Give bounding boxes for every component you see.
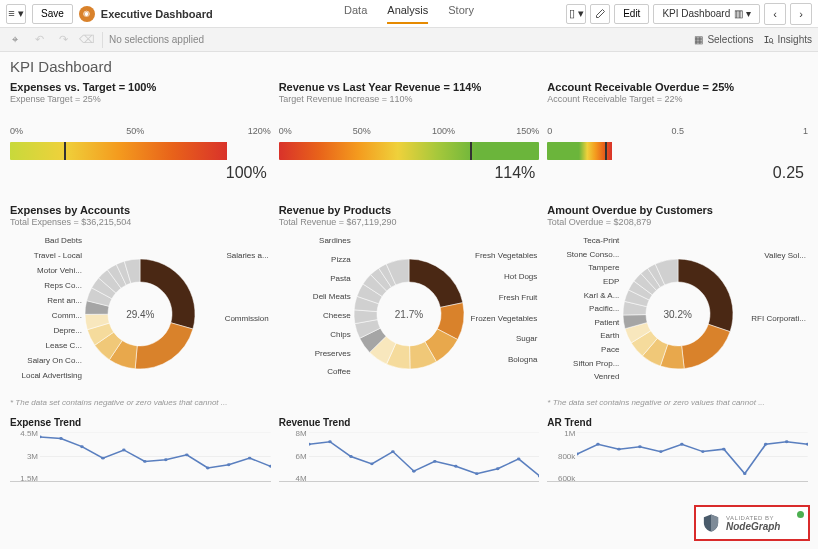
gauge-revenue-ly[interactable]: Revenue vs Last Year Revenue = 114% Targ… bbox=[279, 77, 540, 200]
svg-point-3 bbox=[59, 437, 62, 440]
svg-point-12 bbox=[248, 457, 251, 460]
gauge-pointer bbox=[470, 142, 472, 160]
trend-ar[interactable]: AR Trend 1M 800k 600k bbox=[547, 411, 808, 484]
svg-point-39 bbox=[764, 443, 767, 446]
sheet-selector-label: KPI Dashboard bbox=[662, 8, 730, 19]
svg-point-18 bbox=[349, 455, 352, 458]
selections-tool-button[interactable]: ▦ Selections bbox=[694, 34, 753, 45]
donut-revenue-products[interactable]: Revenue by Products Total Revenue = $67,… bbox=[279, 202, 540, 409]
donut-expenses-accounts[interactable]: Expenses by Accounts Total Expenses = $3… bbox=[10, 202, 271, 409]
gauge-value: 114% bbox=[279, 164, 540, 182]
tab-data[interactable]: Data bbox=[344, 4, 367, 24]
svg-point-16 bbox=[309, 443, 311, 446]
svg-point-36 bbox=[701, 450, 704, 453]
dropdown-icon: ▥ ▾ bbox=[734, 8, 751, 19]
smart-search-icon[interactable]: ⌖ bbox=[6, 31, 24, 49]
svg-point-31 bbox=[597, 443, 600, 446]
menu-button[interactable]: ≡ ▾ bbox=[6, 4, 26, 24]
svg-point-9 bbox=[185, 453, 188, 456]
svg-point-35 bbox=[680, 443, 683, 446]
clear-selections-icon[interactable]: ⌫ bbox=[78, 31, 96, 49]
svg-point-2 bbox=[40, 435, 42, 438]
insights-button[interactable]: ⵊꞯ Insights bbox=[764, 34, 812, 45]
svg-point-23 bbox=[454, 465, 457, 468]
svg-point-20 bbox=[391, 450, 394, 453]
svg-point-34 bbox=[659, 450, 662, 453]
trend-revenue[interactable]: Revenue Trend 8M 6M 4M bbox=[279, 411, 540, 484]
svg-point-11 bbox=[227, 463, 230, 466]
edit-button[interactable]: Edit bbox=[614, 4, 649, 24]
svg-point-37 bbox=[722, 448, 725, 451]
selections-icon: ▦ bbox=[694, 34, 703, 45]
step-back-icon[interactable]: ↶ bbox=[30, 31, 48, 49]
trend-expense[interactable]: Expense Trend 4.5M 3M 1.5M bbox=[10, 411, 271, 484]
svg-point-19 bbox=[370, 462, 373, 465]
selection-status: No selections applied bbox=[109, 34, 204, 45]
svg-point-26 bbox=[517, 457, 520, 460]
tab-analysis[interactable]: Analysis bbox=[387, 4, 428, 24]
gauge-expenses-target[interactable]: Expenses vs. Target = 100% Expense Targe… bbox=[10, 77, 271, 200]
svg-point-32 bbox=[618, 448, 621, 451]
step-forward-icon[interactable]: ↷ bbox=[54, 31, 72, 49]
sheet-selector[interactable]: KPI Dashboard ▥ ▾ bbox=[653, 4, 760, 24]
top-toolbar: ≡ ▾ Save ◉ Executive Dashboard Data Anal… bbox=[0, 0, 818, 28]
gauge-value: 100% bbox=[10, 164, 271, 182]
svg-point-6 bbox=[122, 448, 125, 451]
shield-icon bbox=[702, 513, 720, 533]
svg-point-10 bbox=[206, 466, 209, 469]
gauge-value: 0.25 bbox=[547, 164, 808, 182]
selection-bar: ⌖ ↶ ↷ ⌫ No selections applied ▦ Selectio… bbox=[0, 28, 818, 52]
device-preview-button[interactable]: ▯ ▾ bbox=[566, 4, 586, 24]
svg-point-21 bbox=[412, 470, 415, 473]
sheet-prev-button[interactable]: ‹ bbox=[764, 3, 786, 25]
page-title: KPI Dashboard bbox=[0, 52, 818, 77]
save-button[interactable]: Save bbox=[32, 4, 73, 24]
svg-point-33 bbox=[639, 445, 642, 448]
svg-point-25 bbox=[496, 467, 499, 470]
sheet-next-button[interactable]: › bbox=[790, 3, 812, 25]
svg-point-8 bbox=[164, 458, 167, 461]
status-dot-icon bbox=[797, 511, 804, 518]
svg-point-41 bbox=[806, 443, 808, 446]
svg-point-22 bbox=[433, 460, 436, 463]
svg-point-4 bbox=[80, 445, 83, 448]
edit-icon[interactable] bbox=[590, 4, 610, 24]
svg-point-7 bbox=[143, 460, 146, 463]
nodegraph-badge[interactable]: VALIDATED BY NodeGraph bbox=[694, 505, 810, 541]
svg-point-17 bbox=[328, 440, 331, 443]
svg-point-40 bbox=[785, 440, 788, 443]
app-title: Executive Dashboard bbox=[101, 8, 213, 20]
svg-point-38 bbox=[743, 472, 746, 475]
gauge-pointer bbox=[605, 142, 607, 160]
app-icon: ◉ bbox=[79, 6, 95, 22]
view-tabs: Data Analysis Story bbox=[344, 4, 474, 24]
svg-point-5 bbox=[101, 457, 104, 460]
svg-point-24 bbox=[475, 472, 478, 475]
insights-icon: ⵊꞯ bbox=[764, 34, 774, 45]
dashboard-grid: Expenses vs. Target = 100% Expense Targe… bbox=[0, 77, 818, 484]
gauge-ar-overdue[interactable]: Account Receivable Overdue = 25% Account… bbox=[547, 77, 808, 200]
tab-story[interactable]: Story bbox=[448, 4, 474, 24]
donut-overdue-customers[interactable]: Amount Overdue by Customers Total Overdu… bbox=[547, 202, 808, 409]
gauge-pointer bbox=[64, 142, 66, 160]
